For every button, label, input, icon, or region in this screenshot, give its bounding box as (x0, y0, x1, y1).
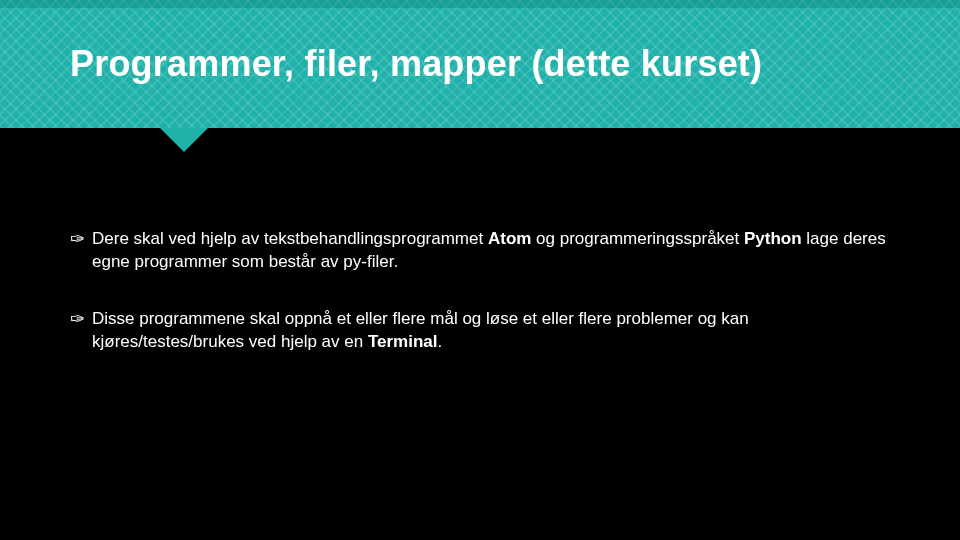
bullet-icon: ✑ (70, 309, 92, 331)
title-pointer (160, 128, 208, 152)
text-run: . (438, 332, 443, 351)
title-band: Programmer, filer, mapper (dette kurset) (0, 0, 960, 128)
slide-title: Programmer, filer, mapper (dette kurset) (70, 43, 762, 85)
text-run: Dere skal ved hjelp av tekstbehandlingsp… (92, 229, 488, 248)
list-item: ✑ Dere skal ved hjelp av tekstbehandling… (70, 228, 890, 274)
text-bold: Atom (488, 229, 531, 248)
text-bold: Terminal (368, 332, 438, 351)
bullet-icon: ✑ (70, 229, 92, 251)
text-run: og programmeringsspråket (531, 229, 744, 248)
text-bold: Python (744, 229, 802, 248)
slide-body: ✑ Dere skal ved hjelp av tekstbehandling… (0, 128, 960, 354)
bullet-text: Disse programmene skal oppnå et eller fl… (92, 308, 890, 354)
bullet-text: Dere skal ved hjelp av tekstbehandlingsp… (92, 228, 890, 274)
list-item: ✑ Disse programmene skal oppnå et eller … (70, 308, 890, 354)
